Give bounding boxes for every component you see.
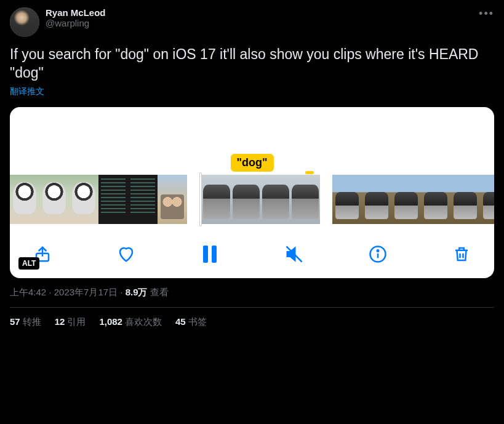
heart-icon[interactable] [117, 244, 135, 265]
mute-icon[interactable] [285, 244, 303, 265]
views-count: 8.9万 [126, 287, 148, 297]
caption-tag: "dog" [230, 154, 273, 172]
divider [10, 307, 494, 308]
tweet-date: 2023年7月17日 [54, 287, 118, 297]
thumbnail [128, 175, 158, 224]
video-timeline[interactable] [10, 172, 494, 226]
thumbnail [332, 175, 362, 224]
tweet-text: If you search for "dog" on iOS 17 it'll … [10, 46, 494, 82]
caption-row: "dog" [10, 162, 494, 172]
thumbnail [69, 175, 98, 224]
thumbnail [39, 175, 69, 224]
caption-tick [305, 171, 314, 174]
tweet-stats: 57转推 12引用 1,082喜欢次数 45书签 [10, 316, 494, 328]
clip-group-2[interactable] [199, 175, 320, 226]
media-card[interactable]: "dog" [10, 107, 494, 278]
views-label: 查看 [148, 287, 169, 297]
thumbnail [158, 175, 187, 224]
thumbnail [231, 175, 261, 224]
avatar[interactable] [10, 7, 39, 37]
thumbnail [450, 175, 480, 224]
more-icon[interactable]: ••• [479, 7, 494, 20]
user-block[interactable]: Ryan McLeod @warpling [46, 7, 106, 28]
media-toolbar [10, 226, 494, 271]
alt-badge[interactable]: ALT [18, 257, 39, 270]
thumbnail [362, 175, 391, 224]
thumbnail [391, 175, 421, 224]
thumbnail [421, 175, 450, 224]
thumbnail [290, 175, 320, 224]
thumbnail [10, 175, 39, 224]
svg-point-4 [377, 250, 379, 252]
tweet-time: 上午4:42 [10, 287, 46, 297]
display-name: Ryan McLeod [46, 7, 106, 18]
translate-link[interactable]: 翻译推文 [10, 86, 494, 97]
clip-group-3[interactable] [332, 175, 494, 226]
likes-stat[interactable]: 1,082喜欢次数 [99, 316, 162, 328]
tweet-meta[interactable]: 上午4:42 · 2023年7月17日 · 8.9万 查看 [10, 287, 494, 298]
user-handle: @warpling [46, 18, 106, 28]
tweet-header: Ryan McLeod @warpling ••• [10, 7, 494, 37]
thumbnail [261, 175, 290, 224]
tweet-container: Ryan McLeod @warpling ••• If you search … [0, 0, 504, 335]
bookmarks-stat[interactable]: 45书签 [175, 316, 207, 328]
clip-group-1[interactable] [10, 175, 187, 226]
thumbnail [202, 175, 231, 224]
retweets-stat[interactable]: 57转推 [10, 316, 41, 328]
pause-icon[interactable] [201, 244, 219, 265]
thumbnail [98, 175, 128, 224]
quotes-stat[interactable]: 12引用 [55, 316, 86, 328]
trash-icon[interactable] [452, 244, 471, 265]
info-icon[interactable] [369, 244, 387, 265]
thumbnail [480, 175, 494, 224]
